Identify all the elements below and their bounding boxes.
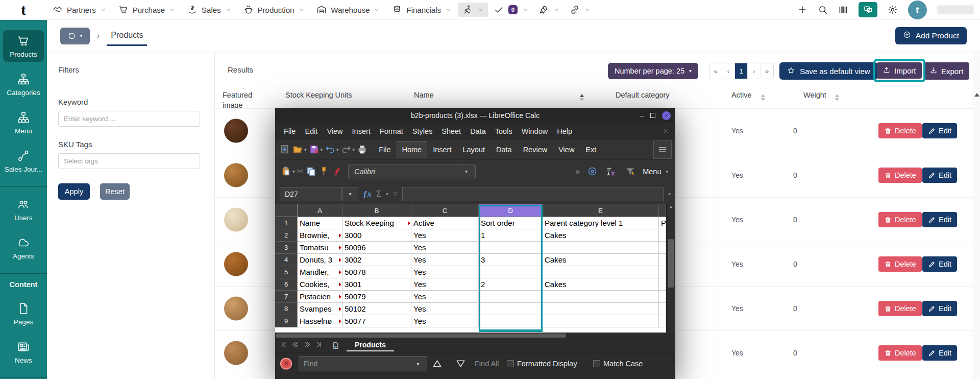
edit-button[interactable]: Edit: [922, 345, 957, 361]
toolbar-overflow-icon[interactable]: »: [575, 167, 580, 176]
cell-F1[interactable]: Pa: [659, 217, 666, 229]
cell-C8[interactable]: Yes: [411, 303, 479, 315]
sum-dropdown-icon[interactable]: ▾: [386, 191, 388, 197]
cell-F5[interactable]: [659, 266, 666, 278]
topnav-link[interactable]: [565, 3, 595, 17]
cell-F6[interactable]: [659, 278, 666, 291]
cell-E2[interactable]: Cakes: [543, 229, 659, 242]
delete-button[interactable]: Delete: [878, 345, 922, 361]
page-scrollbar[interactable]: [973, 52, 980, 379]
row-header-7[interactable]: 7: [275, 291, 298, 303]
barcode-button[interactable]: [838, 5, 848, 15]
column-header-stock-keeping-units[interactable]: Stock Keeping Units: [285, 90, 387, 101]
autofilter-icon[interactable]: [625, 166, 635, 177]
keyword-input[interactable]: [58, 111, 200, 127]
topnav-warehouse[interactable]: Warehouse: [311, 3, 385, 17]
sidebar-item-news[interactable]: News: [3, 336, 44, 368]
sidebar-item-products[interactable]: Products: [3, 30, 44, 62]
sidebar-item-agents[interactable]: Agents: [3, 232, 44, 264]
cell-C4[interactable]: Yes: [411, 254, 479, 266]
cell-F2[interactable]: [659, 229, 666, 242]
cell-B2[interactable]: 3000: [342, 229, 411, 242]
row-header-5[interactable]: 5: [275, 266, 298, 278]
find-all-button[interactable]: Find All: [475, 360, 499, 368]
maximize-button[interactable]: [650, 113, 655, 118]
cell-A8[interactable]: Svampes: [298, 303, 342, 315]
highlight-color-icon[interactable]: [331, 166, 342, 177]
cell-B7[interactable]: 50079: [342, 291, 411, 303]
close-button[interactable]: [662, 111, 671, 120]
cell-C5[interactable]: Yes: [411, 266, 479, 278]
cell-A1[interactable]: Name: [298, 217, 342, 229]
reset-button[interactable]: Reset: [100, 183, 130, 200]
cell-D7[interactable]: [479, 291, 543, 303]
settings-button[interactable]: [888, 5, 898, 15]
cell-D3[interactable]: [479, 242, 543, 254]
product-thumbnail[interactable]: [224, 208, 248, 232]
import-button[interactable]: Import: [877, 62, 922, 79]
product-thumbnail[interactable]: [224, 297, 248, 321]
row-header-9[interactable]: 9: [275, 315, 298, 327]
cut-icon[interactable]: ✂: [297, 167, 304, 176]
column-header-E[interactable]: E: [543, 204, 659, 217]
calc-tab-home[interactable]: Home: [397, 141, 428, 158]
cell-F8[interactable]: [659, 303, 666, 315]
hyperlink-icon[interactable]: [587, 166, 598, 177]
product-thumbnail[interactable]: [224, 163, 248, 187]
calc-menu-styles[interactable]: Styles: [408, 127, 437, 135]
sort-az-icon[interactable]: [606, 166, 617, 177]
sort-arrows-icon[interactable]: [835, 94, 839, 101]
cell-D4[interactable]: 3: [479, 254, 543, 266]
cell-C6[interactable]: Yes: [411, 278, 479, 291]
cell-D2[interactable]: 1: [479, 229, 543, 242]
calc-tab-file[interactable]: File: [373, 141, 396, 158]
redo-icon[interactable]: ▾: [341, 144, 355, 155]
row-header-1[interactable]: 1: [275, 217, 298, 229]
calc-menu-button[interactable]: Menu▾: [643, 168, 668, 176]
cell-E1[interactable]: Parent category level 1: [543, 217, 659, 229]
calc-menu-data[interactable]: Data: [465, 127, 491, 135]
cell-F9[interactable]: [659, 315, 666, 327]
cell-C3[interactable]: Yes: [411, 242, 479, 254]
equals-icon[interactable]: =: [393, 190, 398, 199]
topnav-purchase[interactable]: Purchase: [113, 3, 181, 17]
calc-menu-view[interactable]: View: [322, 127, 347, 135]
cell-F7[interactable]: [659, 291, 666, 303]
cell-B1[interactable]: Stock Keeping: [342, 217, 411, 229]
find-dropdown[interactable]: ▾: [409, 356, 427, 371]
copy-icon[interactable]: [306, 166, 316, 177]
column-header-name[interactable]: Name: [414, 90, 516, 101]
formula-bar-expand-icon[interactable]: ▾: [668, 191, 671, 197]
cell-D6[interactable]: 2: [479, 278, 543, 291]
sidebar-item-menu[interactable]: Menu: [3, 107, 44, 138]
topnav-rocket[interactable]: [534, 3, 564, 17]
cell-E3[interactable]: [543, 242, 659, 254]
calc-menu-format[interactable]: Format: [375, 127, 408, 135]
font-name-combobox[interactable]: Calibri▾: [348, 164, 476, 179]
row-header-8[interactable]: 8: [275, 303, 298, 315]
sidebar-item-sales-jour[interactable]: Sales Jour...: [3, 145, 44, 177]
delete-button[interactable]: Delete: [878, 256, 922, 272]
cell-E9[interactable]: [543, 315, 659, 327]
find-previous-icon[interactable]: [431, 358, 443, 369]
cell-D8[interactable]: [479, 303, 543, 315]
scroll-up-arrow-icon[interactable]: [974, 93, 979, 97]
calc-tab-layout[interactable]: Layout: [457, 141, 491, 158]
formula-input[interactable]: [402, 187, 664, 201]
cell-A9[interactable]: Hasselnø: [298, 315, 342, 327]
calc-tab-ext[interactable]: Ext: [580, 141, 597, 158]
topnav-production[interactable]: Production: [238, 3, 310, 17]
topnav-partners[interactable]: Partners: [47, 3, 112, 17]
edit-button[interactable]: Edit: [922, 301, 957, 316]
save-default-view-button[interactable]: Save as default view: [779, 62, 878, 80]
new-document-icon[interactable]: [280, 144, 290, 155]
page-nav[interactable]: ›: [748, 63, 761, 79]
function-wizard-icon[interactable]: ƒx: [363, 189, 372, 199]
horizontal-scroll-thumb[interactable]: [276, 334, 566, 338]
calc-menu-file[interactable]: File: [279, 127, 300, 135]
cell-F4[interactable]: [659, 254, 666, 266]
search-button[interactable]: [818, 5, 828, 15]
export-button[interactable]: Export: [923, 62, 969, 80]
edit-button[interactable]: Edit: [922, 168, 957, 183]
cell-E5[interactable]: [543, 266, 659, 278]
